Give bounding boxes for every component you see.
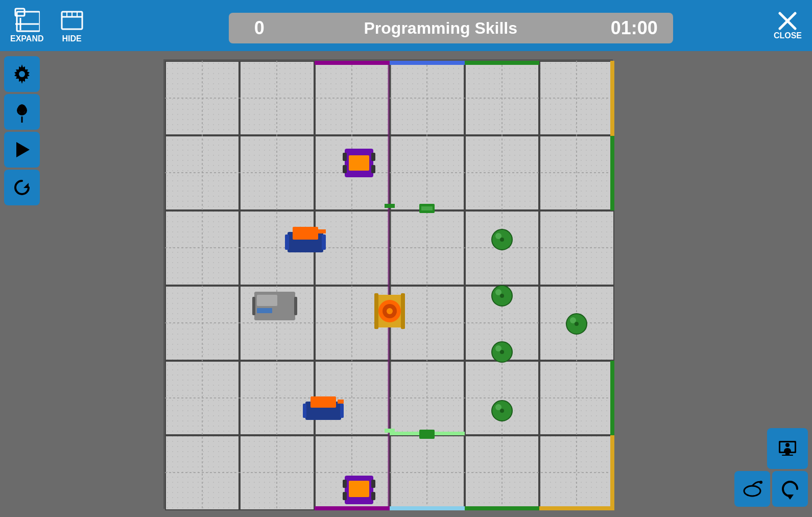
- svg-rect-53: [315, 506, 390, 510]
- left-sidebar: [0, 51, 46, 210]
- svg-rect-118: [785, 453, 790, 455]
- svg-rect-103: [401, 293, 405, 329]
- svg-point-101: [387, 308, 393, 314]
- svg-rect-55: [465, 506, 539, 510]
- play-icon: [11, 139, 33, 160]
- svg-rect-92: [322, 234, 326, 250]
- svg-rect-108: [340, 404, 344, 418]
- lasso-button[interactable]: [734, 471, 770, 507]
- svg-rect-49: [390, 61, 465, 65]
- svg-rect-83: [349, 155, 369, 171]
- svg-point-75: [500, 409, 504, 413]
- svg-rect-112: [371, 480, 375, 488]
- svg-rect-51: [610, 61, 614, 136]
- expand-button[interactable]: EXPAND: [10, 8, 44, 43]
- svg-rect-61: [385, 204, 395, 208]
- svg-rect-119: [782, 455, 793, 456]
- close-label: CLOSE: [774, 31, 802, 40]
- settings-button[interactable]: [4, 56, 40, 92]
- hide-icon: [59, 8, 85, 33]
- lasso-icon: [742, 478, 763, 500]
- grid-svg: [165, 61, 614, 510]
- expand-label: EXPAND: [10, 34, 44, 43]
- svg-rect-89: [293, 227, 318, 240]
- svg-rect-62: [385, 429, 395, 433]
- svg-rect-58: [610, 361, 614, 435]
- gear-icon: [11, 63, 33, 85]
- display-icon: [777, 438, 798, 459]
- svg-rect-113: [343, 492, 347, 500]
- svg-marker-17: [16, 142, 30, 157]
- rotate-button[interactable]: [772, 471, 808, 507]
- svg-rect-97: [294, 297, 297, 315]
- play-button[interactable]: [4, 132, 40, 168]
- svg-rect-110: [349, 481, 369, 497]
- svg-rect-102: [374, 293, 378, 329]
- svg-point-78: [575, 322, 579, 326]
- score-time: 01:00: [607, 17, 658, 39]
- game-field-container: [46, 51, 730, 517]
- svg-rect-111: [343, 480, 347, 488]
- svg-point-69: [500, 294, 504, 298]
- right-sidebar: [730, 423, 812, 512]
- svg-rect-87: [371, 165, 375, 173]
- scorebar: 0 Programming Skills 01:00: [229, 13, 673, 43]
- svg-rect-90: [318, 229, 326, 233]
- right-btn-row-top: [767, 428, 808, 469]
- svg-rect-96: [252, 297, 255, 315]
- display-button[interactable]: [767, 428, 808, 469]
- rotate-icon: [779, 478, 801, 500]
- svg-rect-114: [371, 492, 375, 500]
- location-button[interactable]: [4, 94, 40, 130]
- svg-point-121: [759, 481, 762, 484]
- svg-rect-86: [343, 165, 347, 173]
- svg-point-120: [744, 486, 760, 496]
- svg-rect-81: [419, 430, 435, 439]
- svg-marker-18: [23, 183, 29, 188]
- svg-marker-122: [786, 495, 794, 500]
- reset-icon: [11, 177, 33, 198]
- svg-rect-94: [257, 295, 277, 306]
- svg-rect-57: [610, 435, 614, 510]
- score-title: Programming Skills: [364, 19, 517, 38]
- svg-rect-107: [303, 404, 306, 418]
- svg-point-117: [785, 443, 790, 447]
- svg-point-16: [20, 108, 24, 112]
- game-field: [163, 59, 613, 509]
- svg-rect-105: [311, 396, 336, 408]
- svg-rect-52: [610, 136, 614, 210]
- svg-point-72: [500, 350, 504, 354]
- pin-icon: [11, 101, 33, 123]
- svg-rect-91: [285, 234, 289, 250]
- score-value: 0: [244, 17, 275, 39]
- reset-button[interactable]: [4, 170, 40, 205]
- svg-rect-95: [257, 308, 272, 313]
- svg-rect-85: [371, 153, 375, 161]
- svg-rect-84: [343, 153, 347, 161]
- svg-point-13: [19, 71, 25, 77]
- hide-button[interactable]: HIDE: [59, 8, 85, 43]
- topbar: EXPAND HIDE 0 Programming Skills 01:00 C…: [0, 0, 812, 51]
- svg-rect-56: [539, 506, 614, 510]
- svg-point-66: [500, 238, 504, 242]
- right-btn-row-bottom: [734, 471, 808, 507]
- svg-rect-54: [390, 506, 465, 510]
- svg-rect-48: [315, 61, 390, 65]
- svg-rect-80: [421, 206, 433, 210]
- main-area: [0, 51, 812, 517]
- svg-rect-106: [338, 400, 344, 404]
- close-button[interactable]: CLOSE: [774, 11, 802, 40]
- hide-label: HIDE: [62, 34, 81, 43]
- expand-icon: [14, 8, 40, 33]
- svg-rect-59: [388, 61, 390, 510]
- svg-rect-50: [465, 61, 539, 65]
